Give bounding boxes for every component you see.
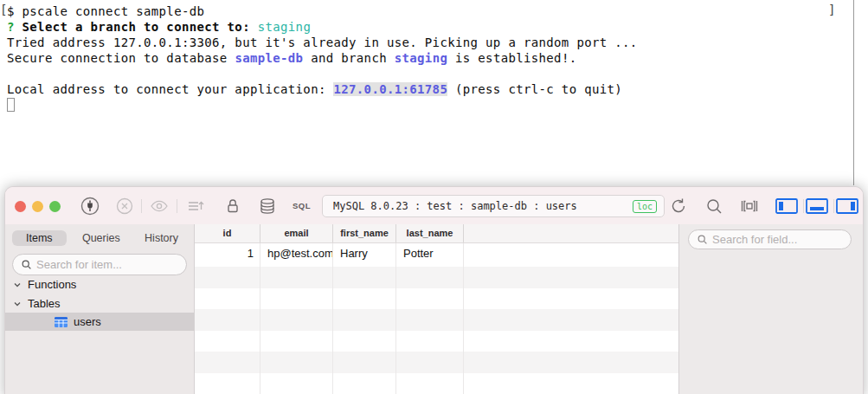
- field-search-field[interactable]: [688, 229, 852, 249]
- column-header-first-name[interactable]: first_name: [333, 224, 396, 242]
- result-table: id email first_name last_name 1 hp@test.…: [195, 224, 678, 394]
- field-search-input[interactable]: [712, 233, 851, 246]
- empty-table-row[interactable]: [195, 309, 678, 331]
- item-search-input[interactable]: [36, 258, 186, 271]
- empty-table-row[interactable]: [195, 267, 678, 288]
- functions-label: Functions: [28, 278, 76, 291]
- database-app-window: SQL MySQL 8.0.23 : test : sample-db : us…: [4, 186, 864, 394]
- sidebar-item-functions[interactable]: Functions: [5, 275, 194, 294]
- sidebar-tabs: Items Queries History: [12, 229, 187, 247]
- terminal-line-secure-connection: Secure connection to database sample-db …: [7, 50, 576, 66]
- connection-path-text: MySQL 8.0.23 : test : sample-db : users: [333, 200, 577, 212]
- cell-id[interactable]: 1: [195, 243, 260, 267]
- app-content: Items Queries History Functions: [5, 224, 863, 394]
- screen: [ ] $ pscale connect sample-db ? Select …: [0, 0, 868, 394]
- console-icon[interactable]: [739, 196, 760, 216]
- empty-table-row[interactable]: [195, 352, 678, 373]
- empty-table-row[interactable]: [195, 288, 678, 310]
- field-panel: [678, 224, 863, 394]
- search-icon: [697, 234, 708, 245]
- refresh-icon[interactable]: [668, 196, 689, 216]
- empty-table-row[interactable]: [195, 331, 678, 352]
- database-name: sample-db: [235, 51, 303, 65]
- connection-icon[interactable]: [80, 196, 100, 216]
- close-window-button[interactable]: [15, 201, 26, 212]
- local-address-value: 127.0.0.1:61785: [333, 82, 447, 96]
- toggle-right-panel-button[interactable]: [836, 198, 858, 214]
- terminal-line-local-address: Local address to connect your applicatio…: [7, 81, 622, 97]
- sql-editor-button[interactable]: SQL: [293, 201, 311, 210]
- terminal-cursor: [7, 98, 15, 112]
- terminal-window[interactable]: [ ] $ pscale connect sample-db ? Select …: [0, 0, 868, 186]
- branch-answer: staging: [258, 20, 311, 34]
- toolbar-divider: [177, 199, 177, 213]
- terminal-line-tried-address: Tried address 127.0.0.1:3306, but it's a…: [7, 35, 638, 50]
- toolbar-divider: [141, 199, 142, 213]
- table-header-row: id email first_name last_name: [195, 224, 678, 243]
- item-search-field[interactable]: [12, 254, 187, 275]
- column-header-last-name[interactable]: last_name: [396, 224, 464, 242]
- toggle-left-sidebar-button[interactable]: [775, 198, 798, 214]
- tab-items[interactable]: Items: [12, 230, 67, 246]
- users-table-label: users: [74, 315, 101, 328]
- table-row[interactable]: 1 hp@test.com Harry Potter: [195, 243, 678, 267]
- sidebar-item-tables[interactable]: Tables: [5, 294, 194, 313]
- tables-label: Tables: [28, 297, 61, 310]
- database-icon[interactable]: [257, 196, 278, 216]
- branch-name: staging: [395, 51, 447, 65]
- empty-table-row[interactable]: [195, 373, 678, 394]
- minimize-window-button[interactable]: [32, 201, 43, 212]
- chevron-down-icon[interactable]: [13, 300, 22, 308]
- terminal-line-branch-question: ? Select a branch to connect to: staging: [7, 19, 311, 35]
- column-header-email[interactable]: email: [260, 224, 333, 242]
- sidebar: Items Queries History Functions: [5, 224, 195, 394]
- history-list-icon[interactable]: [185, 196, 206, 216]
- table-grid-icon: [55, 317, 68, 327]
- sidebar-item-users-table[interactable]: users: [5, 313, 194, 331]
- question-mark: ?: [7, 20, 23, 34]
- cell-first-name[interactable]: Harry: [333, 243, 396, 267]
- connection-path-field[interactable]: MySQL 8.0.23 : test : sample-db : users …: [322, 195, 665, 217]
- zoom-window-button[interactable]: [49, 201, 61, 212]
- cell-email[interactable]: hp@test.com: [260, 243, 333, 267]
- cancel-query-icon[interactable]: [114, 196, 135, 216]
- app-toolbar: SQL MySQL 8.0.23 : test : sample-db : us…: [5, 187, 863, 224]
- chevron-down-icon[interactable]: [13, 281, 22, 289]
- lock-icon[interactable]: [222, 196, 243, 216]
- toolbar-divider: [803, 199, 804, 213]
- toolbar-divider: [833, 199, 834, 213]
- tab-history[interactable]: History: [136, 230, 187, 246]
- tab-queries[interactable]: Queries: [74, 230, 129, 246]
- structure-view-icon[interactable]: [149, 196, 170, 216]
- toggle-bottom-panel-button[interactable]: [806, 198, 828, 214]
- local-connection-badge: loc: [633, 200, 657, 213]
- search-icon: [21, 259, 32, 270]
- column-header-filler: [464, 224, 678, 242]
- column-header-id[interactable]: id: [195, 224, 260, 242]
- terminal-line-prompt: $ pscale connect sample-db: [7, 3, 204, 19]
- terminal-scrollbar-edge[interactable]: [853, 0, 854, 185]
- cell-last-name[interactable]: Potter: [396, 243, 464, 267]
- search-icon[interactable]: [704, 196, 724, 216]
- terminal-frame-right-bracket: ]: [828, 3, 836, 16]
